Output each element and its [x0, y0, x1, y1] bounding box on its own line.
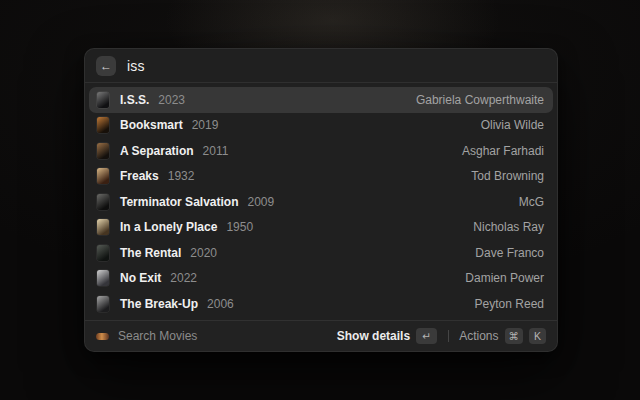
- movie-director: Nicholas Ray: [473, 220, 544, 234]
- list-item[interactable]: Booksmart 2019 Olivia Wilde: [89, 113, 553, 139]
- back-icon: ←: [100, 59, 112, 73]
- list-item[interactable]: The Rental 2020 Dave Franco: [89, 240, 553, 266]
- movie-title: The Break-Up: [120, 297, 198, 311]
- launcher-panel: ← iss I.S.S. 2023 Gabriela Cowperthwaite…: [84, 48, 558, 352]
- movie-year: 2019: [192, 118, 219, 132]
- actions-menu-button[interactable]: Actions: [459, 329, 498, 343]
- poster-thumbnail: [97, 219, 109, 235]
- footer-separator: [448, 330, 449, 342]
- movie-director: Olivia Wilde: [481, 118, 544, 132]
- movie-title: I.S.S.: [120, 93, 149, 107]
- movie-title: The Rental: [120, 246, 181, 260]
- movie-year: 2022: [170, 271, 197, 285]
- poster-thumbnail: [97, 245, 109, 261]
- list-item[interactable]: The Break-Up 2006 Peyton Reed: [89, 291, 553, 317]
- poster-thumbnail: [97, 168, 109, 184]
- movie-director: Dave Franco: [475, 246, 544, 260]
- movie-director: Damien Power: [465, 271, 544, 285]
- poster-thumbnail: [97, 296, 109, 312]
- actions-shortcut: ⌘ K: [499, 328, 547, 344]
- movie-title: Terminator Salvation: [120, 195, 238, 209]
- poster-thumbnail: [97, 143, 109, 159]
- movie-director: Peyton Reed: [475, 297, 544, 311]
- list-item[interactable]: I.S.S. 2023 Gabriela Cowperthwaite: [89, 87, 553, 113]
- search-bar[interactable]: ← iss: [85, 49, 557, 83]
- list-item[interactable]: In a Lonely Place 1950 Nicholas Ray: [89, 215, 553, 241]
- movie-director: Asghar Farhadi: [462, 144, 544, 158]
- command-key-badge: ⌘: [505, 328, 524, 344]
- list-item[interactable]: Terminator Salvation 2009 McG: [89, 189, 553, 215]
- back-button[interactable]: ←: [96, 56, 116, 76]
- poster-thumbnail: [97, 270, 109, 286]
- movie-year: 2009: [247, 195, 274, 209]
- source-label: Search Movies: [118, 329, 197, 343]
- movie-year: 2006: [207, 297, 234, 311]
- movie-title: A Separation: [120, 144, 194, 158]
- result-list: I.S.S. 2023 Gabriela Cowperthwaite Books…: [85, 83, 557, 320]
- movie-year: 1950: [226, 220, 253, 234]
- footer-bar: Search Movies Show details ↵ Actions ⌘ K: [85, 320, 557, 351]
- movie-title: No Exit: [120, 271, 161, 285]
- footer-actions: Show details ↵ Actions ⌘ K: [337, 328, 546, 344]
- movie-year: 2011: [203, 144, 229, 158]
- movie-year: 2023: [158, 93, 185, 107]
- movie-director: Tod Browning: [471, 169, 544, 183]
- poster-thumbnail: [97, 194, 109, 210]
- return-key-badge: ↵: [416, 328, 437, 344]
- movie-year: 2020: [190, 246, 217, 260]
- poster-thumbnail: [97, 92, 109, 108]
- k-key-badge: K: [529, 328, 546, 344]
- show-details-action[interactable]: Show details: [337, 329, 410, 343]
- movie-year: 1932: [168, 169, 195, 183]
- search-movies-extension-icon: [96, 333, 109, 340]
- movie-director: Gabriela Cowperthwaite: [416, 93, 544, 107]
- movie-title: Booksmart: [120, 118, 183, 132]
- list-item[interactable]: A Separation 2011 Asghar Farhadi: [89, 138, 553, 164]
- list-item[interactable]: No Exit 2022 Damien Power: [89, 266, 553, 292]
- movie-title: Freaks: [120, 169, 159, 183]
- search-input[interactable]: iss: [127, 58, 145, 74]
- list-item[interactable]: Freaks 1932 Tod Browning: [89, 164, 553, 190]
- movie-title: In a Lonely Place: [120, 220, 217, 234]
- movie-director: McG: [519, 195, 544, 209]
- poster-thumbnail: [97, 117, 109, 133]
